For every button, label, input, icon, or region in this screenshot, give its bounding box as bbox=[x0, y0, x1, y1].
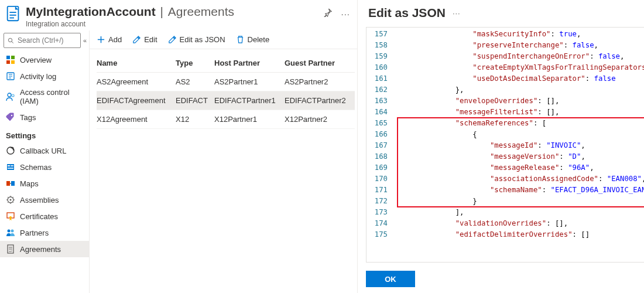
sidebar-item-label: Tags bbox=[20, 113, 36, 122]
iam-icon bbox=[6, 92, 15, 101]
search-input[interactable] bbox=[4, 33, 81, 48]
sidebar-item-access-control-iam-[interactable]: Access control (IAM) bbox=[0, 84, 89, 109]
svg-point-27 bbox=[9, 216, 12, 219]
table-row[interactable]: AS2AgreementAS2AS2Partner1AS2Partner2 bbox=[97, 73, 355, 91]
svg-rect-7 bbox=[11, 56, 15, 59]
callback-icon bbox=[6, 146, 15, 155]
settings-heading: Settings bbox=[0, 125, 89, 142]
sidebar-item-tags[interactable]: Tags bbox=[0, 109, 89, 125]
integration-account-icon bbox=[5, 5, 22, 22]
more-icon[interactable]: ··· bbox=[341, 9, 350, 19]
edit-json-button[interactable]: Edit as JSON bbox=[168, 35, 225, 44]
sidebar-item-label: Overview bbox=[20, 56, 52, 64]
sidebar-item-label: Certificates bbox=[20, 212, 58, 221]
svg-point-25 bbox=[10, 199, 12, 201]
svg-point-14 bbox=[8, 93, 11, 97]
table-header: Name Type Host Partner Guest Partner bbox=[97, 54, 355, 73]
svg-rect-9 bbox=[11, 60, 15, 64]
sidebar-item-certificates[interactable]: Certificates bbox=[0, 208, 89, 224]
more-icon[interactable]: ··· bbox=[453, 9, 461, 18]
edit-button[interactable]: Edit bbox=[132, 35, 157, 44]
page-subtitle: Integration account bbox=[26, 20, 324, 28]
json-editor[interactable]: 157 "maskSecurityInfo": true,158 "preser… bbox=[366, 27, 644, 263]
svg-rect-19 bbox=[8, 165, 10, 166]
sidebar-item-schemas[interactable]: Schemas bbox=[0, 159, 89, 175]
maps-icon bbox=[6, 179, 15, 188]
svg-rect-23 bbox=[11, 181, 15, 186]
agreements-icon bbox=[6, 244, 15, 254]
svg-rect-6 bbox=[6, 56, 10, 59]
sidebar-item-maps[interactable]: Maps bbox=[0, 175, 89, 192]
assemblies-icon bbox=[6, 195, 15, 205]
svg-point-4 bbox=[8, 38, 12, 42]
tags-icon bbox=[6, 113, 15, 122]
svg-point-15 bbox=[12, 94, 14, 97]
sidebar-item-label: Agreements bbox=[20, 245, 61, 254]
json-panel-title: Edit as JSON bbox=[368, 6, 446, 20]
delete-button[interactable]: Delete bbox=[236, 35, 270, 44]
sidebar-item-label: Access control (IAM) bbox=[20, 88, 83, 105]
activity-icon bbox=[6, 71, 15, 81]
sidebar-item-label: Activity log bbox=[20, 72, 56, 81]
sidebar-item-partners[interactable]: Partners bbox=[0, 224, 89, 241]
svg-point-29 bbox=[11, 230, 14, 233]
sidebar-item-label: Maps bbox=[20, 179, 39, 188]
pin-icon[interactable] bbox=[324, 8, 333, 19]
sidebar-item-label: Partners bbox=[20, 229, 49, 237]
svg-line-5 bbox=[12, 41, 13, 43]
certificates-icon bbox=[6, 212, 15, 221]
sidebar-item-callback-url[interactable]: Callback URL bbox=[0, 142, 89, 159]
sidebar-item-overview[interactable]: Overview bbox=[0, 52, 89, 68]
overview-icon bbox=[6, 55, 15, 64]
table-row[interactable]: EDIFACTAgreementEDIFACTEDIFACTPartner1ED… bbox=[97, 91, 355, 110]
add-button[interactable]: Add bbox=[97, 35, 122, 44]
sidebar-item-label: Callback URL bbox=[20, 146, 66, 155]
svg-rect-18 bbox=[7, 164, 14, 170]
sidebar-item-label: Assemblies bbox=[20, 196, 59, 205]
svg-rect-8 bbox=[6, 60, 10, 64]
sidebar-item-assemblies[interactable]: Assemblies bbox=[0, 192, 89, 208]
ok-button[interactable]: OK bbox=[366, 271, 415, 287]
sidebar-item-agreements[interactable]: Agreements bbox=[0, 241, 89, 257]
table-row[interactable]: X12AgreementX12X12Partner1X12Partner2 bbox=[97, 110, 355, 129]
svg-rect-20 bbox=[11, 165, 13, 166]
page-title: MyIntegrationAccount | Agreements bbox=[26, 5, 324, 19]
schemas-icon bbox=[6, 162, 15, 172]
svg-point-28 bbox=[8, 230, 11, 233]
svg-point-16 bbox=[11, 115, 12, 116]
sidebar-item-label: Schemas bbox=[20, 163, 52, 172]
svg-rect-22 bbox=[6, 181, 10, 186]
sidebar-item-activity-log[interactable]: Activity log bbox=[0, 68, 89, 84]
partners-icon bbox=[6, 228, 15, 237]
svg-rect-21 bbox=[8, 168, 13, 169]
search-icon bbox=[8, 37, 14, 45]
collapse-sidebar-icon[interactable]: « bbox=[83, 37, 87, 44]
